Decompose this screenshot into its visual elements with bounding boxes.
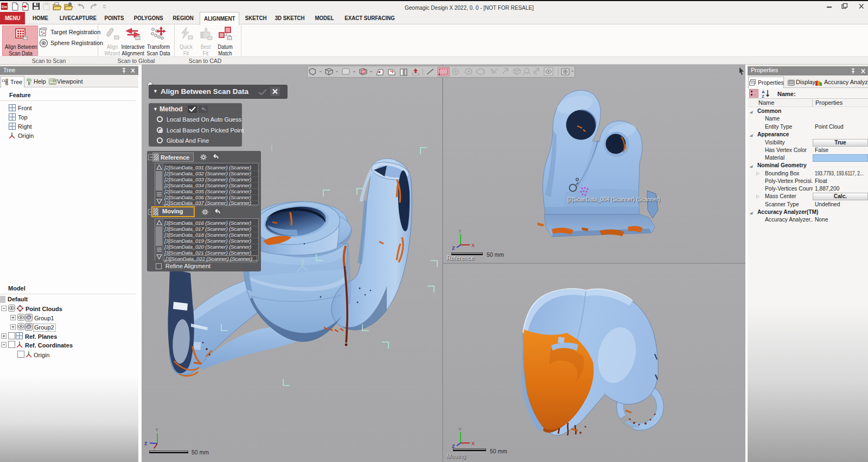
svg-text:X: X [471,441,475,446]
svg-text:Z: Z [144,441,148,446]
svg-text:Y: Y [458,427,462,432]
svg-text:Y: Y [458,229,462,234]
svg-text:Z: Z [762,94,764,98]
svg-text:Y: Y [155,427,158,433]
svg-text:X: X [471,243,475,248]
svg-text:Z: Z [452,245,455,251]
svg-text:Dx: Dx [2,4,8,9]
